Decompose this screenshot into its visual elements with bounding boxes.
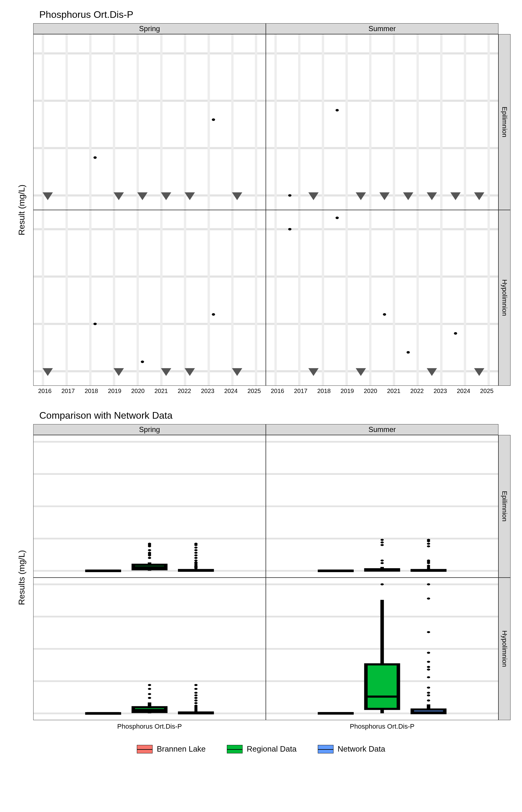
svg-point-162	[427, 539, 430, 541]
legend-label-brannen: Brannen Lake	[157, 744, 206, 754]
svg-point-224	[427, 597, 430, 600]
svg-point-20	[93, 157, 97, 159]
legend-label-regional: Regional Data	[247, 744, 297, 754]
svg-point-124	[194, 557, 198, 559]
svg-point-125	[194, 554, 198, 556]
svg-marker-82	[359, 369, 363, 373]
svg-point-177	[148, 693, 151, 695]
svg-point-158	[427, 560, 430, 562]
panel2-summer-hypo	[266, 577, 498, 720]
svg-marker-84	[477, 369, 482, 373]
chart1-col-spring: Spring	[33, 23, 266, 34]
svg-point-195	[194, 684, 198, 686]
svg-point-65	[141, 361, 144, 363]
svg-marker-39	[406, 194, 410, 197]
svg-point-192	[194, 694, 198, 696]
svg-point-87	[383, 313, 386, 316]
svg-point-188	[194, 705, 198, 707]
panel2-spring-hypo: 0.000.250.500.751.00	[33, 577, 266, 720]
svg-point-225	[427, 583, 430, 585]
panel-spring-epi: 0.00100.00150.00200.0025	[33, 34, 266, 210]
svg-point-89	[454, 332, 457, 335]
svg-point-123	[194, 560, 198, 562]
svg-marker-63	[235, 369, 239, 373]
legend-label-network: Network Data	[338, 744, 385, 754]
chart1-grid: Result (mg/L) Spring Summer Epilimnion H…	[15, 23, 510, 398]
panel-summer-hypo	[266, 210, 498, 386]
svg-point-103	[148, 557, 151, 559]
svg-point-64	[93, 323, 97, 325]
svg-point-189	[194, 702, 198, 704]
chart1-title: Phosphorus Ort.Dis-P	[39, 9, 516, 20]
legend-key-brannen	[137, 745, 153, 753]
svg-point-179	[148, 684, 151, 686]
svg-point-145	[381, 560, 384, 562]
chart1-xaxis-right: 2016201720182019202020212022202320242025	[266, 386, 498, 398]
svg-point-222	[427, 652, 430, 654]
svg-marker-61	[164, 369, 168, 373]
panel2-spring-epi: 0.000.250.500.751.00	[33, 435, 266, 577]
svg-point-110	[148, 543, 151, 545]
legend-item-network: Network Data	[318, 744, 385, 754]
svg-point-147	[381, 541, 384, 544]
boxplot-chart: Comparison with Network Data Results (mg…	[6, 410, 516, 732]
svg-point-144	[381, 562, 384, 564]
legend-item-brannen: Brannen Lake	[137, 744, 206, 754]
svg-marker-17	[164, 194, 168, 197]
panel2-summer-epi	[266, 435, 498, 577]
chart1-ylabel: Result (mg/L)	[15, 34, 33, 386]
chart2-row-hypo: Hypolimnion	[498, 577, 510, 720]
chart2-ylabel: Results (mg/L)	[15, 435, 33, 720]
svg-point-130	[194, 543, 198, 545]
chart2-col-summer: Summer	[266, 424, 498, 435]
svg-marker-18	[187, 194, 192, 197]
svg-point-66	[212, 313, 215, 316]
svg-point-159	[427, 545, 430, 547]
svg-marker-83	[429, 369, 434, 373]
svg-point-193	[194, 692, 198, 694]
svg-marker-15	[116, 194, 121, 197]
svg-marker-81	[311, 369, 316, 373]
svg-marker-38	[382, 194, 387, 197]
svg-marker-41	[453, 194, 458, 197]
svg-point-107	[148, 549, 151, 551]
svg-point-217	[427, 687, 430, 689]
chart2-title: Comparison with Network Data	[39, 410, 516, 421]
svg-marker-36	[311, 194, 316, 197]
svg-marker-60	[116, 369, 121, 373]
svg-point-178	[148, 688, 151, 690]
chart1-xaxis-left: 2016201720182019202020212022202320242025	[33, 386, 266, 398]
svg-point-194	[194, 688, 198, 690]
svg-point-85	[288, 228, 292, 230]
svg-point-215	[427, 694, 430, 696]
chart2-row-epi: Epilimnion	[498, 435, 510, 577]
svg-marker-37	[359, 194, 363, 197]
svg-point-219	[427, 669, 430, 671]
svg-point-88	[407, 351, 410, 353]
svg-marker-62	[187, 369, 192, 373]
svg-point-216	[427, 692, 430, 694]
svg-point-146	[381, 544, 384, 546]
svg-point-122	[194, 562, 198, 564]
svg-point-128	[194, 546, 198, 549]
svg-marker-42	[477, 194, 482, 197]
panel-spring-hypo: 0.00100.00150.00200.0025	[33, 210, 266, 386]
svg-point-126	[194, 552, 198, 554]
svg-point-218	[427, 676, 430, 678]
panel-summer-epi	[266, 34, 498, 210]
svg-marker-19	[235, 194, 239, 197]
svg-point-21	[212, 118, 215, 121]
svg-point-86	[336, 217, 339, 219]
svg-point-214	[427, 699, 430, 702]
svg-point-155	[427, 565, 430, 567]
legend-key-network	[318, 745, 334, 753]
legend: Brannen Lake Regional Data Network Data	[6, 744, 516, 754]
chart2-col-spring: Spring	[33, 424, 266, 435]
chart2-xcat-right: Phosphorus Ort.Dis-P	[266, 720, 498, 732]
svg-point-209	[381, 583, 384, 585]
svg-point-221	[427, 661, 430, 663]
svg-point-176	[148, 697, 151, 699]
chart1-col-summer: Summer	[266, 23, 498, 34]
svg-marker-14	[45, 194, 50, 197]
chart1-row-epi: Epilimnion	[498, 34, 510, 210]
